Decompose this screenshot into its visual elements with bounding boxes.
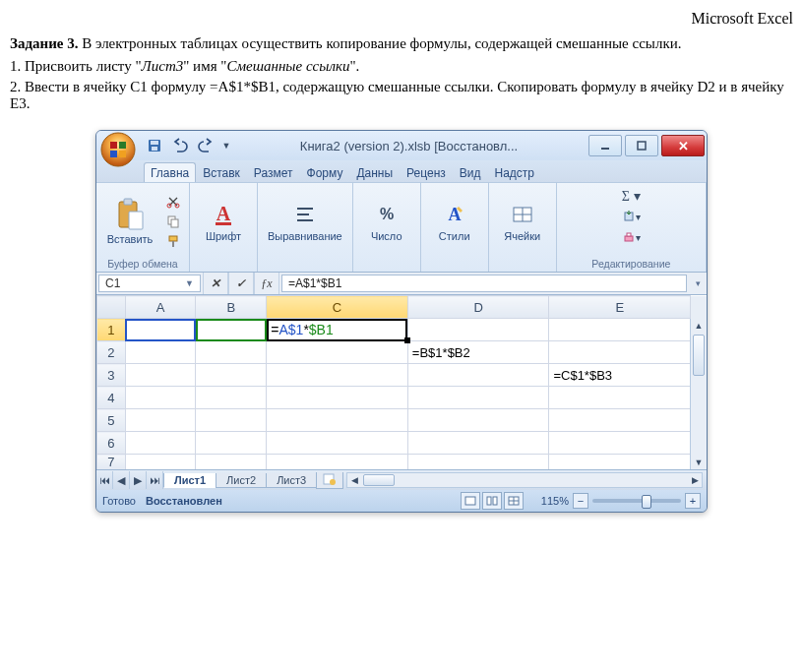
formula-bar: C1▼ ✕ ✓ ƒx =A$1*$B1 ▾	[96, 273, 707, 295]
cell-a1[interactable]	[125, 319, 196, 341]
cell-c1[interactable]: =A$1*$B1	[267, 319, 408, 341]
fx-icon[interactable]: ƒx	[254, 273, 279, 294]
row-header-1[interactable]: 1	[97, 319, 126, 341]
cell-d2[interactable]: =B$1*$B2	[407, 341, 549, 364]
group-clipboard: Вставить Буфер обмена	[96, 183, 190, 272]
sheet-tab-1[interactable]: Лист1	[163, 473, 216, 488]
font-button[interactable]: A Шрифт	[196, 199, 251, 244]
copy-icon[interactable]	[163, 213, 183, 230]
svg-rect-17	[169, 236, 177, 241]
tab-review[interactable]: Реценз	[400, 162, 453, 182]
col-header-d[interactable]: D	[407, 296, 549, 319]
styles-button[interactable]: A Стили	[427, 199, 482, 244]
svg-rect-31	[627, 233, 631, 236]
view-page-break-icon[interactable]	[504, 492, 524, 510]
tab-view[interactable]: Вид	[453, 162, 488, 182]
enter-button[interactable]: ✓	[228, 273, 254, 294]
cancel-button[interactable]: ✕	[203, 273, 228, 294]
tab-nav-next[interactable]: ▶	[130, 471, 147, 489]
cell-b3[interactable]	[196, 364, 267, 387]
close-button[interactable]: ✕	[661, 135, 705, 156]
step-1: 1. Присвоить листу "Лист3" имя "Смешанны…	[10, 58, 793, 75]
row-header-6[interactable]: 6	[97, 432, 126, 455]
cell-e2[interactable]	[549, 341, 691, 364]
col-header-e[interactable]: E	[549, 296, 691, 319]
tab-insert[interactable]: Вставк	[196, 162, 247, 182]
step-2: 2. Ввести в ячейку C1 формулу =A$1*$B1, …	[10, 79, 793, 112]
undo-icon[interactable]	[169, 135, 191, 156]
vertical-scrollbar[interactable]: ▲▼	[690, 319, 707, 470]
worksheet-grid: A B C D E 1 =A$1*$B1	[96, 295, 707, 469]
tab-data[interactable]: Данны	[349, 162, 400, 182]
cell-e3[interactable]: =C$1*$B3	[549, 364, 691, 387]
autosum-icon[interactable]: Σ ▾	[622, 187, 641, 205]
clear-icon[interactable]: ▾	[622, 228, 641, 246]
col-header-b[interactable]: B	[196, 296, 267, 319]
paste-button[interactable]: Вставить	[102, 196, 157, 247]
minimize-button[interactable]	[588, 135, 622, 156]
cell-d1[interactable]	[407, 319, 549, 341]
tab-layout[interactable]: Размет	[247, 162, 300, 182]
svg-text:%: %	[380, 206, 394, 222]
redo-icon[interactable]	[195, 135, 216, 156]
page-app-name: Microsoft Excel	[10, 10, 793, 28]
zoom-in-button[interactable]: +	[685, 493, 701, 509]
alignment-button[interactable]: Выравнивание	[264, 199, 346, 244]
ribbon: Вставить Буфер обмена A Шрифт	[96, 182, 707, 273]
cell-b2[interactable]	[196, 341, 267, 364]
svg-rect-36	[493, 497, 497, 505]
group-font: A Шрифт	[190, 183, 258, 272]
svg-rect-18	[172, 241, 174, 247]
status-ready: Готово	[102, 495, 136, 507]
save-icon[interactable]	[144, 135, 165, 156]
office-button[interactable]	[98, 130, 138, 169]
group-styles: A Стили	[421, 183, 489, 272]
row-header-5[interactable]: 5	[97, 409, 126, 432]
cell-e1[interactable]	[549, 319, 691, 341]
cell-a2[interactable]	[125, 341, 196, 364]
tab-nav-first[interactable]: ⏮	[96, 471, 113, 489]
col-header-c[interactable]: C	[267, 296, 408, 319]
tab-nav-prev[interactable]: ◀	[113, 471, 130, 489]
tab-formulas[interactable]: Форму	[300, 162, 350, 182]
tab-home[interactable]: Главна	[144, 162, 196, 182]
tab-nav-last[interactable]: ⏭	[147, 471, 163, 489]
new-sheet-icon[interactable]	[316, 472, 343, 489]
sheet-tab-2[interactable]: Лист2	[216, 473, 267, 488]
name-box[interactable]: C1▼	[98, 275, 201, 292]
qat-customize-icon[interactable]: ▼	[220, 135, 232, 156]
task-paragraph: Задание 3. В электронных таблицах осущес…	[10, 35, 793, 52]
view-page-layout-icon[interactable]	[482, 492, 502, 510]
view-normal-icon[interactable]	[461, 492, 480, 510]
cell-a3[interactable]	[125, 364, 196, 387]
cell-c2[interactable]	[267, 341, 408, 364]
row-header-7[interactable]: 7	[97, 455, 126, 470]
maximize-button[interactable]	[625, 135, 658, 156]
row-header-3[interactable]: 3	[97, 364, 126, 387]
col-header-a[interactable]: A	[125, 296, 196, 319]
zoom-out-button[interactable]: −	[573, 493, 588, 509]
group-cells: Ячейки	[489, 183, 557, 272]
row-header-4[interactable]: 4	[97, 387, 126, 409]
status-recovered: Восстановлен	[146, 495, 222, 507]
fill-icon[interactable]: ▾	[622, 208, 641, 225]
format-painter-icon[interactable]	[163, 232, 183, 250]
cut-icon[interactable]	[163, 193, 183, 211]
sheet-tab-3[interactable]: Лист3	[266, 473, 317, 488]
zoom-slider[interactable]	[592, 499, 681, 503]
formula-input[interactable]: =A$1*$B1	[281, 275, 687, 292]
number-button[interactable]: % Число	[359, 199, 414, 244]
zoom-value[interactable]: 115%	[541, 495, 569, 507]
expand-formula-icon[interactable]: ▾	[689, 273, 707, 294]
cell-d3[interactable]	[407, 364, 549, 387]
horizontal-scrollbar[interactable]: ◀▶	[346, 472, 703, 488]
cell-c3[interactable]	[267, 364, 408, 387]
cells-button[interactable]: Ячейки	[495, 199, 550, 244]
svg-point-33	[330, 479, 336, 485]
svg-rect-9	[638, 142, 646, 150]
tab-addins[interactable]: Надстр	[488, 162, 542, 182]
select-all-corner[interactable]	[97, 296, 126, 319]
sheet-tabs-bar: ⏮ ◀ ▶ ⏭ Лист1 Лист2 Лист3 ◀▶	[96, 469, 707, 490]
row-header-2[interactable]: 2	[97, 341, 126, 364]
cell-b1[interactable]	[196, 319, 267, 341]
